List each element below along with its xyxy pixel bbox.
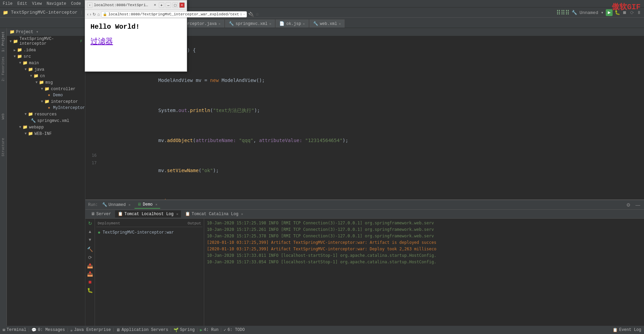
tree-springmvc-xml-file[interactable]: 🔧 springmvc.xml bbox=[7, 117, 85, 124]
web-xml-close[interactable]: ✕ bbox=[339, 22, 341, 26]
deployment-item[interactable]: ● TextSpringMVC-interceptor:war bbox=[96, 228, 202, 237]
scroll-down-button[interactable]: ▼ bbox=[87, 236, 94, 243]
ok-jsp-close[interactable]: ✕ bbox=[303, 22, 305, 26]
tree-controller[interactable]: ▼ 📁 controller bbox=[7, 86, 85, 92]
url-text: localhost:8080/TextSpringMVC_interceptor… bbox=[108, 12, 239, 16]
browser-new-tab-btn[interactable]: + bbox=[159, 2, 164, 8]
web-side-tab[interactable]: Web bbox=[1, 111, 6, 122]
browser-reload-btn[interactable]: ↻ bbox=[93, 12, 96, 17]
main-folder-icon: 📁 bbox=[23, 60, 28, 66]
run-unnamed-close[interactable]: ✕ bbox=[128, 203, 130, 207]
event-log-status[interactable]: 📋 Event Log bbox=[613, 328, 641, 333]
tree-textspringmvc[interactable]: ▼ 📁 TextSpringMVC-interceptor F bbox=[7, 36, 85, 47]
tomcat-localhost-close[interactable]: ✕ bbox=[176, 212, 178, 216]
tree-cn-label: cn bbox=[40, 74, 45, 79]
server-label: Server bbox=[96, 212, 111, 217]
tree-msg[interactable]: ▼ 📁 msg bbox=[7, 79, 85, 86]
tree-java[interactable]: ▼ 📁 java bbox=[7, 66, 85, 73]
code-line-blank4 bbox=[85, 182, 644, 189]
tomcat-catalina-icon: 📋 bbox=[185, 211, 190, 217]
tree-resources[interactable]: ▼ 📁 resources bbox=[7, 111, 85, 117]
separator: | bbox=[80, 10, 83, 15]
tree-webinf-label: WEB-INF bbox=[34, 131, 52, 136]
server-tab[interactable]: 🖥 Server bbox=[88, 210, 114, 218]
browser-next-btn[interactable]: › bbox=[90, 12, 91, 17]
tab-web-xml[interactable]: 🔧 web.xml ✕ bbox=[309, 19, 345, 28]
tree-webinf[interactable]: ▼ 📁 WEB-INF bbox=[7, 130, 85, 137]
tree-label: TextSpringMVC-interceptor bbox=[19, 37, 78, 46]
project-side-tab[interactable]: 1: Project bbox=[1, 29, 6, 54]
update-button[interactable]: ⟳ bbox=[87, 254, 94, 261]
code-line-blank2 bbox=[85, 92, 644, 99]
deploy-button[interactable]: 📥 bbox=[87, 270, 94, 277]
run-button[interactable]: ▶ bbox=[606, 9, 613, 16]
code-line-17: 17 mv.setViewName("ok"); bbox=[85, 159, 644, 182]
tree-idea[interactable]: ▶ 📁 .idea bbox=[7, 47, 85, 53]
tree-webapp[interactable]: ▼ 📁 webapp bbox=[7, 124, 85, 130]
browser-star-btn[interactable]: ☆ bbox=[255, 12, 259, 17]
menu-file[interactable]: File bbox=[3, 1, 13, 6]
scroll-up-button[interactable]: ▲ bbox=[87, 228, 94, 235]
browser-ext-btn[interactable]: 🔌 bbox=[248, 12, 254, 17]
tree-msg-label: msg bbox=[45, 80, 53, 85]
browser-back-btn[interactable]: ‹ bbox=[87, 2, 93, 8]
tomcat-catalina-close[interactable]: ✕ bbox=[241, 212, 243, 216]
tree-cn[interactable]: ▼ 📁 cn bbox=[7, 73, 85, 79]
watermark: 傲软GIF bbox=[612, 2, 641, 12]
tomcat-localhost-tab[interactable]: 📋 Tomcat Localhost Log ✕ bbox=[115, 210, 181, 218]
build-button[interactable]: 🔨 bbox=[87, 246, 94, 253]
stop-button[interactable]: ■ bbox=[87, 279, 94, 286]
tree-interceptor-label: interceptor bbox=[51, 99, 78, 104]
run-label: Run: bbox=[88, 203, 98, 207]
tomcat-catalina-label: Tomcat Catalina Log bbox=[192, 212, 238, 217]
undeploy-button[interactable]: 📤 bbox=[87, 262, 94, 269]
browser-close-btn[interactable]: ✕ bbox=[179, 2, 185, 8]
close-panel-button[interactable]: — bbox=[634, 201, 641, 208]
todo-status[interactable]: ✓ 6: TODO bbox=[224, 328, 245, 333]
resources-folder-icon: 📁 bbox=[28, 112, 33, 117]
tree-myinterceptor-file[interactable]: ● MyInterceptor bbox=[7, 105, 85, 111]
gear-settings-button[interactable]: ⚙ bbox=[625, 201, 632, 208]
application-servers-status[interactable]: 🖥 Application Servers bbox=[116, 328, 168, 333]
event-log-label: Event Log bbox=[619, 328, 641, 332]
tree-demo-file[interactable]: ● Demo bbox=[7, 92, 85, 98]
browser-prev-btn[interactable]: ‹ bbox=[87, 12, 88, 17]
browser-home-btn[interactable]: ⌂ bbox=[97, 12, 100, 17]
browser-urlbar[interactable]: 🔒 localhost:8080/TextSpringMVC_intercept… bbox=[101, 11, 247, 17]
menu-navigate[interactable]: Navigate bbox=[46, 1, 66, 6]
tree-main[interactable]: ▼ 📁 main bbox=[7, 60, 85, 66]
tree-interceptor[interactable]: ▼ 📁 interceptor bbox=[7, 98, 85, 105]
run-tab-demo[interactable]: 🖥 Demo ✕ bbox=[135, 201, 160, 209]
tab-ok-jsp[interactable]: 📄 ok.jsp ✕ bbox=[276, 19, 308, 28]
browser-maximize-btn[interactable]: □ bbox=[172, 2, 178, 8]
log-line-7: 10-Jan-2020 15:17:33.054 INFO [localhost… bbox=[207, 259, 641, 265]
tree-myinterceptor-label: MyInterceptor bbox=[53, 106, 85, 110]
run-status[interactable]: ▶ 4: Run bbox=[200, 328, 218, 333]
structure-side-tab[interactable]: Structure bbox=[1, 136, 6, 158]
browser-filter-link[interactable]: 过滤器 bbox=[90, 36, 181, 46]
sidebar-dropdown-icon[interactable]: ▾ bbox=[36, 29, 38, 34]
browser-minimize-btn[interactable]: – bbox=[166, 2, 171, 8]
debug-panel-button[interactable]: 🐛 bbox=[87, 287, 94, 294]
tree-src[interactable]: ▼ 📁 src bbox=[7, 53, 85, 60]
run-tab-unnamed[interactable]: 🔧 Unnamed ✕ bbox=[99, 201, 133, 208]
messages-status[interactable]: 💬 0: Messages bbox=[31, 328, 65, 333]
tab-springmvc-xml[interactable]: 🔧 springmvc.xml ✕ bbox=[225, 19, 275, 28]
webinf-folder-icon: 📁 bbox=[28, 131, 33, 136]
more-btn[interactable]: ⋯ bbox=[243, 12, 245, 16]
cn-folder-icon: 📁 bbox=[33, 73, 39, 79]
favorites-side-tab[interactable]: 2: Favorites bbox=[1, 55, 6, 83]
menu-code[interactable]: Code bbox=[71, 1, 81, 6]
run-demo-close[interactable]: ✕ bbox=[155, 203, 157, 207]
sidebar-project-icon: 📁 bbox=[10, 29, 15, 34]
tomcat-catalina-tab[interactable]: 📋 Tomcat Catalina Log ✕ bbox=[182, 210, 246, 218]
refresh-button[interactable]: ↻ bbox=[87, 220, 94, 227]
spring-status[interactable]: 🌱 Spring bbox=[173, 328, 195, 333]
terminal-status[interactable]: ⊞ Terminal bbox=[3, 328, 26, 333]
java-enterprise-status[interactable]: ☕ Java Enterprise bbox=[70, 328, 111, 333]
springmvc-xml-close[interactable]: ✕ bbox=[269, 22, 271, 26]
todo-label: 6: TODO bbox=[227, 328, 244, 332]
menu-view[interactable]: View bbox=[32, 1, 42, 6]
menu-edit[interactable]: Edit bbox=[17, 1, 27, 6]
myinterceptor-java-close[interactable]: ✕ bbox=[219, 22, 221, 26]
